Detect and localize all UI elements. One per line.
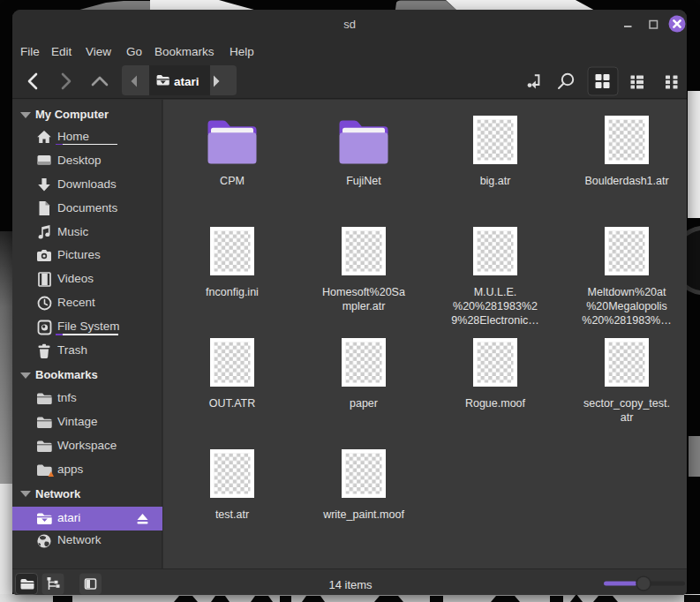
svg-text:14 items: 14 items — [328, 578, 373, 591]
svg-text:atari: atari — [174, 75, 199, 88]
